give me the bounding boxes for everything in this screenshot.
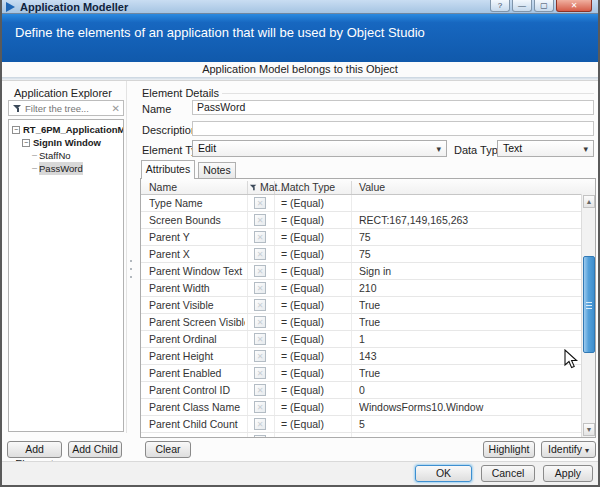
table-row[interactable]: Parent Window Text✕= (Equal)Sign in	[141, 263, 595, 280]
table-row[interactable]: Parent Visible✕= (Equal)True	[141, 297, 595, 314]
match-checkbox[interactable]: ✕	[254, 299, 266, 311]
match-type[interactable]: = (Equal)	[281, 265, 324, 277]
table-scrollbar[interactable]: ▲ ▼	[581, 194, 595, 437]
maximize-button[interactable]: ▢	[534, 0, 554, 12]
tree-filter-input[interactable]	[25, 102, 109, 114]
match-type[interactable]: = (Equal)	[281, 231, 324, 243]
clear-button[interactable]: Clear	[145, 441, 191, 458]
collapse-icon[interactable]: −	[12, 126, 20, 134]
clear-filter-icon[interactable]: ✕	[112, 103, 120, 114]
element-type-value: Edit	[198, 142, 216, 154]
match-checkbox[interactable]: ✕	[254, 418, 266, 430]
match-type[interactable]: = (Equal)	[281, 316, 324, 328]
cell-divider	[351, 229, 352, 245]
funnel-icon	[250, 184, 257, 191]
match-checkbox[interactable]: ✕	[254, 350, 266, 362]
match-type[interactable]: = (Equal)	[281, 197, 324, 209]
match-checkbox[interactable]: ✕	[254, 384, 266, 396]
tree-filter-box[interactable]: ✕	[8, 100, 124, 116]
app-icon	[6, 2, 15, 12]
match-type[interactable]: = (Equal)	[281, 282, 324, 294]
cell-divider	[247, 433, 248, 438]
match-type[interactable]: = (Equal)	[281, 384, 324, 396]
col-value-header[interactable]: Value	[359, 181, 385, 193]
match-type[interactable]: = (Equal)	[281, 401, 324, 413]
attributes-table-header[interactable]: Name Mat... Match Type Value	[141, 179, 595, 195]
match-type[interactable]: = (Equal)	[281, 214, 324, 226]
match-type[interactable]: = (Equal)	[281, 299, 324, 311]
table-row[interactable]: Parent Active✕= (Equal)True	[141, 433, 595, 438]
match-checkbox[interactable]: ✕	[254, 401, 266, 413]
cancel-button[interactable]: Cancel	[481, 465, 535, 482]
dialog-header-text: Define the elements of an application th…	[15, 25, 425, 40]
tree-item-signin-window[interactable]: −SignIn Window	[9, 136, 123, 149]
scrollbar-thumb[interactable]	[583, 256, 595, 353]
collapse-icon[interactable]: −	[22, 139, 30, 147]
table-row[interactable]: Screen Bounds✕= (Equal)RECT:167,149,165,…	[141, 212, 595, 229]
cell-divider	[247, 348, 248, 364]
match-checkbox[interactable]: ✕	[254, 248, 266, 260]
match-checkbox[interactable]: ✕	[254, 333, 266, 345]
application-explorer-title: Application Explorer	[14, 87, 112, 99]
chevron-down-icon: ▾	[583, 142, 588, 157]
match-checkbox[interactable]: ✕	[254, 435, 266, 438]
table-row[interactable]: Parent Control ID✕= (Equal)0	[141, 382, 595, 399]
apply-button[interactable]: Apply	[543, 465, 593, 482]
ok-button[interactable]: OK	[415, 465, 472, 482]
match-type[interactable]: = (Equal)	[281, 367, 324, 379]
table-row[interactable]: Parent Child Count✕= (Equal)5	[141, 416, 595, 433]
close-button[interactable]: ✕	[556, 0, 592, 12]
dialog-header: Define the elements of an application th…	[2, 14, 598, 62]
col-match-type-header[interactable]: Match Type	[281, 181, 335, 193]
table-row[interactable]: Type Name✕= (Equal)	[141, 195, 595, 212]
application-tree[interactable]: −RT_6PM_ApplicationModuler−SignIn Window…	[8, 119, 124, 432]
table-row[interactable]: Parent X✕= (Equal)75	[141, 246, 595, 263]
description-input[interactable]	[192, 121, 594, 136]
attribute-name: Parent Height	[149, 350, 245, 362]
table-row[interactable]: Parent Screen Visible✕= (Equal)True	[141, 314, 595, 331]
match-type[interactable]: = (Equal)	[281, 350, 324, 362]
attribute-name: Type Name	[149, 197, 245, 209]
table-row[interactable]: Parent Height✕= (Equal)143	[141, 348, 595, 365]
tab-notes[interactable]: Notes	[198, 162, 236, 179]
identify-button[interactable]: Identify▾	[541, 441, 596, 458]
match-checkbox[interactable]: ✕	[254, 367, 266, 379]
data-type-select[interactable]: Text ▾	[497, 140, 594, 157]
match-type[interactable]: = (Equal)	[281, 435, 324, 438]
minimize-button[interactable]: —	[512, 0, 532, 12]
tree-item-staffno[interactable]: –StaffNo	[9, 149, 123, 162]
help-button[interactable]: ?	[490, 0, 510, 12]
table-row[interactable]: Parent Enabled✕= (Equal)True	[141, 365, 595, 382]
element-type-select[interactable]: Edit ▾	[192, 140, 447, 157]
match-checkbox[interactable]: ✕	[254, 231, 266, 243]
scroll-down-icon[interactable]: ▼	[583, 423, 595, 436]
match-type[interactable]: = (Equal)	[281, 248, 324, 260]
match-checkbox[interactable]: ✕	[254, 265, 266, 277]
add-element-button[interactable]: Add Element	[7, 441, 62, 458]
tree-item-password[interactable]: –PassWord	[9, 162, 123, 175]
table-row[interactable]: Parent Y✕= (Equal)75	[141, 229, 595, 246]
name-input[interactable]: PassWord	[192, 100, 594, 115]
match-checkbox[interactable]: ✕	[254, 316, 266, 328]
title-bar[interactable]: Application Modeller ? — ▢ ✕	[2, 0, 598, 14]
match-checkbox[interactable]: ✕	[254, 214, 266, 226]
attribute-name: Parent Control ID	[149, 384, 245, 396]
data-type-value: Text	[503, 142, 522, 154]
scroll-up-icon[interactable]: ▲	[583, 195, 595, 208]
table-row[interactable]: Parent Class Name✕= (Equal)WindowsForms1…	[141, 399, 595, 416]
tab-attributes[interactable]: Attributes	[141, 160, 195, 179]
col-name-header[interactable]: Name	[149, 181, 177, 193]
add-child-button[interactable]: Add Child	[68, 441, 122, 458]
match-checkbox[interactable]: ✕	[254, 282, 266, 294]
match-checkbox[interactable]: ✕	[254, 197, 266, 209]
tree-item-rt-6pm-applicationmoduler[interactable]: −RT_6PM_ApplicationModuler	[9, 123, 123, 136]
table-row[interactable]: Parent Width✕= (Equal)210	[141, 280, 595, 297]
table-row[interactable]: Parent Ordinal✕= (Equal)1	[141, 331, 595, 348]
cell-divider	[274, 263, 275, 279]
splitter-handle[interactable]	[130, 254, 133, 284]
match-type[interactable]: = (Equal)	[281, 418, 324, 430]
attribute-value: 75	[359, 248, 579, 260]
cell-divider	[247, 399, 248, 415]
highlight-button[interactable]: Highlight	[483, 441, 535, 458]
match-type[interactable]: = (Equal)	[281, 333, 324, 345]
